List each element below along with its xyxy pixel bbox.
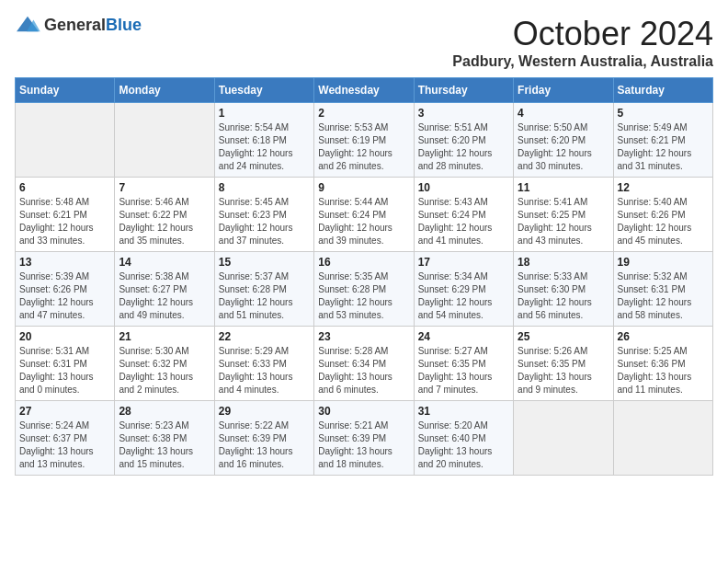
day-number: 13 [19, 256, 110, 269]
day-info: Sunrise: 5:20 AMSunset: 6:40 PMDaylight:… [418, 419, 509, 471]
day-info: Sunrise: 5:46 AMSunset: 6:22 PMDaylight:… [119, 196, 210, 247]
day-cell: 9Sunrise: 5:44 AMSunset: 6:24 PMDaylight… [314, 178, 414, 252]
header-tuesday: Tuesday [214, 78, 313, 103]
day-cell: 18Sunrise: 5:33 AMSunset: 6:30 PMDayligh… [514, 252, 613, 327]
day-cell: 1Sunrise: 5:54 AMSunset: 6:18 PMDaylight… [214, 103, 313, 178]
day-number: 22 [219, 330, 310, 343]
day-info: Sunrise: 5:24 AMSunset: 6:37 PMDaylight:… [19, 419, 110, 471]
header-saturday: Saturday [613, 78, 712, 103]
day-cell: 16Sunrise: 5:35 AMSunset: 6:28 PMDayligh… [314, 252, 414, 327]
day-cell: 22Sunrise: 5:29 AMSunset: 6:33 PMDayligh… [214, 327, 313, 401]
day-cell: 19Sunrise: 5:32 AMSunset: 6:31 PMDayligh… [613, 252, 712, 327]
day-cell: 14Sunrise: 5:38 AMSunset: 6:27 PMDayligh… [115, 252, 214, 327]
day-cell: 5Sunrise: 5:49 AMSunset: 6:21 PMDaylight… [613, 103, 712, 178]
header-wednesday: Wednesday [314, 78, 414, 103]
header-row: Sunday Monday Tuesday Wednesday Thursday… [16, 78, 713, 103]
day-cell: 17Sunrise: 5:34 AMSunset: 6:29 PMDayligh… [414, 252, 513, 327]
day-cell: 28Sunrise: 5:23 AMSunset: 6:38 PMDayligh… [115, 401, 214, 476]
day-info: Sunrise: 5:29 AMSunset: 6:33 PMDaylight:… [219, 345, 310, 396]
day-cell: 6Sunrise: 5:48 AMSunset: 6:21 PMDaylight… [16, 178, 115, 252]
day-info: Sunrise: 5:22 AMSunset: 6:39 PMDaylight:… [219, 419, 310, 471]
day-info: Sunrise: 5:51 AMSunset: 6:20 PMDaylight:… [418, 121, 509, 173]
day-number: 24 [418, 330, 509, 343]
day-cell: 31Sunrise: 5:20 AMSunset: 6:40 PMDayligh… [414, 401, 513, 476]
logo-icon [15, 15, 40, 35]
day-number: 9 [318, 181, 409, 194]
day-info: Sunrise: 5:25 AMSunset: 6:36 PMDaylight:… [618, 345, 709, 396]
page-header: GeneralBlue October 2024 Padbury, Wester… [15, 15, 713, 70]
day-number: 14 [119, 256, 210, 269]
day-info: Sunrise: 5:23 AMSunset: 6:38 PMDaylight:… [119, 419, 210, 471]
week-row-1: 1Sunrise: 5:54 AMSunset: 6:18 PMDaylight… [16, 103, 713, 178]
day-cell: 27Sunrise: 5:24 AMSunset: 6:37 PMDayligh… [16, 401, 115, 476]
title-area: October 2024 Padbury, Western Australia,… [452, 15, 713, 70]
day-cell: 21Sunrise: 5:30 AMSunset: 6:32 PMDayligh… [115, 327, 214, 401]
day-cell: 7Sunrise: 5:46 AMSunset: 6:22 PMDaylight… [115, 178, 214, 252]
day-info: Sunrise: 5:32 AMSunset: 6:31 PMDaylight:… [618, 270, 709, 322]
day-number: 16 [318, 256, 409, 269]
day-info: Sunrise: 5:54 AMSunset: 6:18 PMDaylight:… [219, 121, 310, 173]
day-info: Sunrise: 5:34 AMSunset: 6:29 PMDaylight:… [418, 270, 509, 322]
day-number: 11 [518, 181, 609, 194]
day-info: Sunrise: 5:49 AMSunset: 6:21 PMDaylight:… [618, 121, 709, 173]
day-info: Sunrise: 5:33 AMSunset: 6:30 PMDaylight:… [518, 270, 609, 322]
day-number: 26 [618, 330, 709, 343]
day-number: 23 [318, 330, 409, 343]
day-cell: 8Sunrise: 5:45 AMSunset: 6:23 PMDaylight… [214, 178, 313, 252]
week-row-4: 20Sunrise: 5:31 AMSunset: 6:31 PMDayligh… [16, 327, 713, 401]
month-title: October 2024 [452, 15, 713, 53]
day-cell: 25Sunrise: 5:26 AMSunset: 6:35 PMDayligh… [514, 327, 613, 401]
day-cell: 23Sunrise: 5:28 AMSunset: 6:34 PMDayligh… [314, 327, 414, 401]
day-number: 7 [119, 181, 210, 194]
day-info: Sunrise: 5:41 AMSunset: 6:25 PMDaylight:… [518, 196, 609, 247]
day-cell: 11Sunrise: 5:41 AMSunset: 6:25 PMDayligh… [514, 178, 613, 252]
day-cell: 10Sunrise: 5:43 AMSunset: 6:24 PMDayligh… [414, 178, 513, 252]
day-info: Sunrise: 5:31 AMSunset: 6:31 PMDaylight:… [19, 345, 110, 396]
day-cell: 2Sunrise: 5:53 AMSunset: 6:19 PMDaylight… [314, 103, 414, 178]
day-cell: 30Sunrise: 5:21 AMSunset: 6:39 PMDayligh… [314, 401, 414, 476]
day-info: Sunrise: 5:50 AMSunset: 6:20 PMDaylight:… [518, 121, 609, 173]
day-number: 21 [119, 330, 210, 343]
day-number: 19 [618, 256, 709, 269]
day-number: 8 [219, 181, 310, 194]
week-row-2: 6Sunrise: 5:48 AMSunset: 6:21 PMDaylight… [16, 178, 713, 252]
day-info: Sunrise: 5:45 AMSunset: 6:23 PMDaylight:… [219, 196, 310, 247]
day-cell [115, 103, 214, 178]
day-number: 15 [219, 256, 310, 269]
day-number: 6 [19, 181, 110, 194]
day-info: Sunrise: 5:39 AMSunset: 6:26 PMDaylight:… [19, 270, 110, 322]
day-number: 3 [418, 107, 509, 120]
day-info: Sunrise: 5:43 AMSunset: 6:24 PMDaylight:… [418, 196, 509, 247]
day-number: 5 [618, 107, 709, 120]
day-cell: 15Sunrise: 5:37 AMSunset: 6:28 PMDayligh… [214, 252, 313, 327]
day-cell [16, 103, 115, 178]
day-info: Sunrise: 5:35 AMSunset: 6:28 PMDaylight:… [318, 270, 409, 322]
header-sunday: Sunday [16, 78, 115, 103]
header-friday: Friday [514, 78, 613, 103]
day-info: Sunrise: 5:30 AMSunset: 6:32 PMDaylight:… [119, 345, 210, 396]
day-info: Sunrise: 5:26 AMSunset: 6:35 PMDaylight:… [518, 345, 609, 396]
calendar-table: Sunday Monday Tuesday Wednesday Thursday… [15, 77, 713, 476]
day-cell: 24Sunrise: 5:27 AMSunset: 6:35 PMDayligh… [414, 327, 513, 401]
logo-text-blue: Blue [106, 16, 142, 34]
day-cell: 29Sunrise: 5:22 AMSunset: 6:39 PMDayligh… [214, 401, 313, 476]
day-info: Sunrise: 5:40 AMSunset: 6:26 PMDaylight:… [618, 196, 709, 247]
day-number: 17 [418, 256, 509, 269]
day-info: Sunrise: 5:44 AMSunset: 6:24 PMDaylight:… [318, 196, 409, 247]
header-monday: Monday [115, 78, 214, 103]
day-number: 29 [219, 405, 310, 418]
day-cell: 4Sunrise: 5:50 AMSunset: 6:20 PMDaylight… [514, 103, 613, 178]
day-info: Sunrise: 5:38 AMSunset: 6:27 PMDaylight:… [119, 270, 210, 322]
day-number: 2 [318, 107, 409, 120]
location-title: Padbury, Western Australia, Australia [452, 53, 713, 70]
day-number: 30 [318, 405, 409, 418]
day-cell [613, 401, 712, 476]
day-cell: 20Sunrise: 5:31 AMSunset: 6:31 PMDayligh… [16, 327, 115, 401]
day-number: 4 [518, 107, 609, 120]
day-info: Sunrise: 5:37 AMSunset: 6:28 PMDaylight:… [219, 270, 310, 322]
day-number: 20 [19, 330, 110, 343]
day-number: 18 [518, 256, 609, 269]
header-thursday: Thursday [414, 78, 513, 103]
day-info: Sunrise: 5:21 AMSunset: 6:39 PMDaylight:… [318, 419, 409, 471]
day-info: Sunrise: 5:48 AMSunset: 6:21 PMDaylight:… [19, 196, 110, 247]
